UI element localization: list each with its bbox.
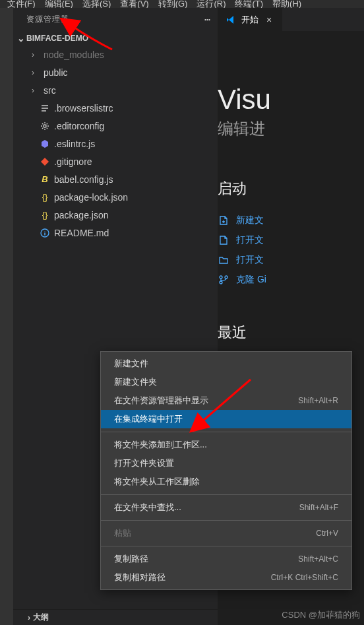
chevron-right-icon: › (28, 613, 30, 622)
tree-file-package[interactable]: {} package.json (13, 206, 218, 224)
svg-point-5 (225, 276, 228, 279)
tree-label: .eslintrc.js (54, 139, 95, 149)
tree-folder-src[interactable]: › src (13, 81, 218, 99)
menu-open-terminal[interactable]: 在集成终端中打开 (101, 410, 351, 428)
tree-file-babel-config[interactable]: B babel.config.js (13, 170, 218, 188)
eslint-icon (40, 139, 50, 149)
tree-folder-public[interactable]: › public (13, 63, 218, 81)
new-file-link[interactable]: 新建文 (218, 211, 364, 230)
menu-copy-relative-path[interactable]: 复制相对路径 Ctrl+K Ctrl+Shift+C (101, 568, 351, 587)
outline-title: 大纲 (33, 612, 49, 623)
tree-label: babel.config.js (54, 174, 113, 185)
menu-label: 打开文件夹设置 (114, 457, 174, 469)
clone-repo-link[interactable]: 克隆 Gi (218, 270, 364, 290)
menu-label: 新建文件夹 (114, 376, 157, 388)
tree-label: node_modules (44, 49, 104, 60)
menu-shortcut: Ctrl+V (316, 529, 338, 538)
menu-label: 复制相对路径 (114, 572, 166, 583)
vscode-icon (226, 15, 236, 25)
menu-view[interactable]: 查看(V) (115, 0, 153, 8)
menu-help[interactable]: 帮助(H) (268, 0, 306, 8)
svg-point-4 (220, 281, 222, 284)
tree-file-gitignore[interactable]: .gitignore (13, 152, 218, 170)
welcome-subtitle: 编辑进 (218, 118, 364, 139)
menu-find-in-folder[interactable]: 在文件夹中查找... Shift+Alt+F (101, 498, 351, 517)
menu-label: 将文件夹添加到工作区... (114, 439, 207, 451)
open-folder-link[interactable]: 打开文 (218, 250, 364, 270)
menu-run[interactable]: 运行(R) (192, 0, 230, 8)
tab-bar: 开始 × (218, 8, 364, 31)
menu-shortcut: Ctrl+K Ctrl+Shift+C (271, 573, 338, 582)
tree-folder-node-modules[interactable]: › node_modules (13, 46, 218, 63)
json-icon: {} (40, 210, 50, 220)
chevron-down-icon: ⌄ (17, 33, 25, 44)
activity-bar (0, 8, 13, 625)
tree-file-editorconfig[interactable]: .editorconfig (13, 117, 218, 135)
info-icon (40, 228, 50, 238)
menu-select[interactable]: 选择(S) (78, 0, 115, 8)
babel-icon: B (40, 174, 50, 185)
tab-close-icon[interactable]: × (264, 13, 274, 26)
menu-label: 将文件夹从工作区删除 (114, 476, 200, 488)
svg-point-3 (220, 276, 222, 279)
menu-label: 在集成终端中打开 (114, 413, 183, 425)
svg-point-0 (44, 125, 46, 127)
menu-shortcut: Shift+Alt+R (298, 396, 338, 405)
action-label: 打开文 (236, 254, 264, 266)
new-file-icon (218, 214, 229, 226)
lines-icon (40, 103, 50, 114)
menu-shortcut: Shift+Alt+F (299, 503, 338, 512)
git-icon (40, 156, 50, 167)
action-label: 克隆 Gi (236, 274, 266, 286)
tree-label: .editorconfig (54, 121, 104, 131)
chevron-right-icon: › (32, 86, 40, 95)
tree-file-readme[interactable]: README.md (13, 224, 218, 242)
tab-welcome[interactable]: 开始 × (218, 8, 282, 31)
action-label: 新建文 (236, 214, 264, 226)
tree-file-eslintrc[interactable]: .eslintrc.js (13, 135, 218, 152)
menu-add-folder-workspace[interactable]: 将文件夹添加到工作区... (101, 436, 351, 454)
json-icon: {} (40, 192, 50, 203)
tree-label: package.json (54, 210, 109, 220)
menu-paste: 粘贴 Ctrl+V (101, 524, 351, 543)
menu-separator (101, 494, 351, 495)
outline-header[interactable]: › 大纲 (13, 609, 218, 625)
tree-label: public (44, 67, 68, 78)
menu-goto[interactable]: 转到(G) (154, 0, 193, 8)
action-label: 打开文 (236, 234, 264, 246)
project-name: BIMFACE-DEMO (26, 34, 88, 43)
menu-edit[interactable]: 编辑(E) (40, 0, 78, 8)
tree-file-browserslistrc[interactable]: .browserslistrc (13, 99, 218, 117)
menu-new-folder[interactable]: 新建文件夹 (101, 373, 351, 391)
folder-icon (218, 254, 229, 266)
menu-new-file[interactable]: 新建文件 (101, 354, 351, 373)
menu-folder-settings[interactable]: 打开文件夹设置 (101, 454, 351, 473)
tree-label: src (44, 85, 56, 96)
recent-section-title: 最近 (218, 323, 364, 343)
tree-label: .gitignore (54, 156, 92, 167)
menu-copy-path[interactable]: 复制路径 Shift+Alt+C (101, 550, 351, 568)
open-file-icon (218, 234, 229, 246)
sidebar-more-icon[interactable]: ··· (204, 13, 210, 26)
tree-label: .browserslistrc (54, 103, 113, 114)
tree-file-package-lock[interactable]: {} package-lock.json (13, 188, 218, 206)
sidebar-title: 资源管理器 (26, 14, 69, 25)
svg-marker-1 (42, 140, 48, 148)
menu-remove-folder-workspace[interactable]: 将文件夹从工作区删除 (101, 473, 351, 491)
context-menu: 新建文件 新建文件夹 在文件资源管理器中显示 Shift+Alt+R 在集成终端… (100, 351, 352, 590)
menu-label: 新建文件 (114, 358, 148, 370)
menu-label: 粘贴 (114, 527, 131, 539)
menu-separator (101, 520, 351, 521)
menubar: 文件(F) 编辑(E) 选择(S) 查看(V) 转到(G) 运行(R) 终端(T… (0, 0, 364, 8)
project-header[interactable]: ⌄ BIMFACE-DEMO (13, 31, 218, 46)
chevron-right-icon: › (32, 50, 40, 59)
tree-label: README.md (54, 228, 109, 238)
open-file-link[interactable]: 打开文 (218, 230, 364, 250)
tree-label: package-lock.json (54, 192, 128, 203)
menu-separator (101, 432, 351, 432)
menu-terminal[interactable]: 终端(T) (230, 0, 268, 8)
menu-file[interactable]: 文件(F) (3, 0, 40, 8)
menu-reveal-explorer[interactable]: 在文件资源管理器中显示 Shift+Alt+R (101, 391, 351, 410)
git-branch-icon (218, 274, 229, 286)
gear-icon (40, 121, 50, 131)
